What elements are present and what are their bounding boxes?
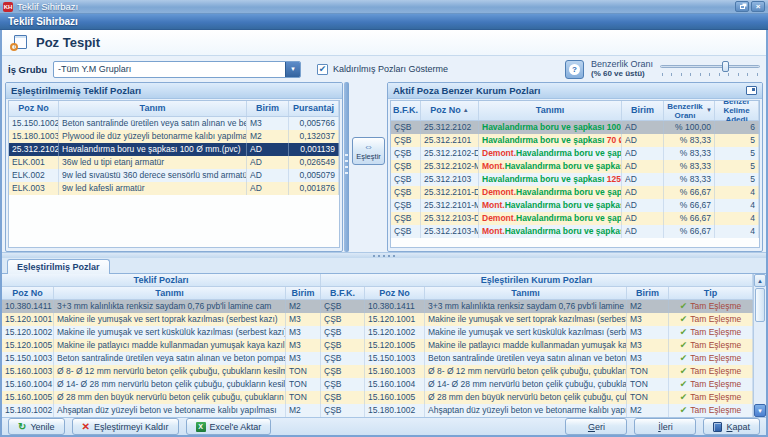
checkbox-checked-icon[interactable]: ✔ [317,64,328,75]
column-header-tip[interactable]: Tip [669,287,753,299]
close-button[interactable]: × [751,1,765,12]
table-row[interactable]: 15.160.1005Ø 28 mm den büyük nervürlü be… [2,391,753,404]
column-header-birim[interactable]: Birim [247,101,289,116]
cell-poz-no: 15.120.1002 [365,326,425,339]
slider-track[interactable] [660,65,760,68]
matched-table: Teklif Pozları Eşleştirilen Kurum Pozlar… [2,274,766,417]
scroll-down-button[interactable]: ▼ [754,404,766,417]
wizard-title: Teklif Sihirbazı [8,16,78,27]
is-grubu-label: İş Grubu [8,64,47,75]
table-row[interactable]: 15.120.1001Makine ile yumuşak ve sert to… [2,313,753,326]
dropdown-arrow-icon[interactable]: ▼ [285,62,300,77]
cell-birim: TON [286,391,321,404]
table-row[interactable]: 15.160.1004Ø 14- Ø 28 mm nervürlü beton … [2,378,753,391]
cell-birim: TON [286,378,321,391]
cell-bfk: ÇŞB [391,160,421,173]
table-row[interactable]: 15.120.1002Makine ile yumuşak ve sert kü… [2,326,753,339]
table-row[interactable]: 15.120.1005Makine ile patlayıcı madde ku… [2,339,753,352]
cell-bfk: ÇŞB [321,365,365,378]
column-header-bfk[interactable]: B.F.K. [391,101,421,120]
cell-tanim: Plywood ile düz yüzeyli betonarme kalıbı… [59,130,247,143]
remove-match-button[interactable]: ✕Eşleştirmeyi Kaldır [72,418,179,435]
table-row[interactable]: ÇŞB25.312.2102-MMont.Havalandırma boru v… [391,160,759,173]
vertical-splitter[interactable] [344,82,349,252]
column-header-poz-no[interactable]: Poz No [365,287,425,299]
column-header-benzerlik-orani[interactable]: Benzerlik Oranı▼ [664,101,715,120]
table-row[interactable]: ÇŞB25.312.2101-DDemont.Havalandırma boru… [391,186,759,199]
table-row[interactable]: ÇŞB25.312.2102-DDemont.Havalandırma boru… [391,147,759,160]
close-button-footer[interactable]: Kapat [703,418,760,435]
cell-birim: M3 [247,117,289,130]
table-row[interactable]: ÇŞB25.312.2102Havalandırma boru ve şapka… [391,121,759,134]
column-header-poz-no[interactable]: Poz No [9,101,59,116]
match-button[interactable]: ⇔ Eşleştir [352,137,385,165]
cell-tanim: Havalandırma boru ve şapkası 70 Ø mm [479,134,622,147]
matched-table-header: Poz No Tanımı Birim B.F.K. Poz No Tanımı… [2,287,753,300]
column-header-tanim[interactable]: Tanım [59,101,247,116]
refresh-button[interactable]: ↻Yenile [8,418,65,435]
is-grubu-dropdown[interactable]: -Tüm Y.M Grupları ▼ [53,61,301,78]
table-row[interactable]: 15.180.1003Plywood ile düz yüzeyli beton… [9,130,339,143]
match-arrows-icon: ⇔ [364,142,374,152]
cell-bfk: ÇŞB [391,147,421,160]
table-row[interactable]: ÇŞB25.312.2103-MMont.Havalandırma boru v… [391,225,759,238]
column-header-pursantaj[interactable]: Pursantaj [289,101,339,116]
table-row[interactable]: ÇŞB25.312.2103Havalandırma boru ve şapka… [391,173,759,186]
cell-birim: M3 [286,326,321,339]
cell-tanim: Ø 14- Ø 28 mm nervürlü beton çelik çubuğ… [54,378,286,391]
cell-poz-no: 25.312.2103-D [421,212,479,225]
table-row[interactable]: ÇŞB25.312.2101Havalandırma boru ve şapka… [391,134,759,147]
table-row[interactable]: 15.150.1002Beton santralinde üretilen ve… [9,117,339,130]
scroll-up-button[interactable]: ▲ [754,274,766,287]
cell-tip: ✔Tam Eşleşme [669,352,753,365]
restore-button[interactable] [735,1,749,12]
check-icon: ✔ [680,365,688,378]
horizontal-splitter[interactable] [2,252,766,258]
scroll-thumb[interactable] [755,288,765,322]
table-row[interactable]: ELK.00136w led u tipi etanj armatürAD0,0… [9,156,339,169]
cell-birim: M2 [627,404,669,417]
table-row[interactable]: 25.312.2102Havalandırma boru ve şapkası … [9,143,339,156]
unmatched-rows: 15.150.1002Beton santralinde üretilen ve… [9,117,339,195]
cell-birim: AD [622,173,664,186]
cell-birim: AD [622,186,664,199]
next-button[interactable]: İleri [634,418,696,435]
vertical-scrollbar[interactable]: ▲ ▼ [753,274,766,417]
cell-birim: M2 [286,300,321,313]
cell-benzerlik-orani: % 66,67 [664,199,715,212]
export-excel-button[interactable]: XExcel'e Aktar [186,418,272,435]
check-icon: ✔ [680,404,688,417]
table-row[interactable]: ELK.0029w led sıvaüstü 360 derece sensör… [9,169,339,182]
slider-thumb[interactable] [722,61,729,72]
cell-tanim: Mont.Havalandırma boru ve şapkası 70 Ø [479,199,622,212]
cell-birim: AD [247,169,289,182]
cell-poz-no: 15.160.1004 [365,378,425,391]
column-header-tanimi[interactable]: Tanımı [425,287,627,299]
column-header-poz-no[interactable]: Poz No [2,287,54,299]
table-row[interactable]: 10.380.14113+3 mm kalınlıkta renksiz say… [2,300,753,313]
table-row[interactable]: ELK.0039w led kafesli armatürAD0,001876 [9,182,339,195]
column-header-benzer-kelime[interactable]: Benzer Kelime Adedi [715,101,759,120]
table-row[interactable]: ÇŞB25.312.2103-DDemont.Havalandırma boru… [391,212,759,225]
column-header-poz-no[interactable]: Poz No▲ [421,101,479,120]
back-button[interactable]: Geri [565,418,627,435]
tab-strip: Eşleştirilmiş Pozlar [2,258,766,274]
table-row[interactable]: ÇŞB25.312.2101-MMont.Havalandırma boru v… [391,199,759,212]
cell-birim: AD [247,156,289,169]
column-header-birim[interactable]: Birim [286,287,321,299]
help-button[interactable]: ? [565,60,584,79]
matched-rows: 10.380.14113+3 mm kalınlıkta renksiz say… [2,300,753,417]
benzerlik-slider[interactable] [660,60,760,78]
tab-eslestirilmis-pozlar[interactable]: Eşleştirilmiş Pozlar [7,259,110,274]
show-removed-checkbox-wrap[interactable]: ✔ Kaldırılmış Pozları Gösterme [317,64,448,75]
column-header-birim[interactable]: Birim [627,287,669,299]
column-header-bfk[interactable]: B.F.K. [321,287,365,299]
popup-window-icon[interactable] [746,86,757,95]
table-row[interactable]: 15.160.1003Ø 8- Ø 12 mm nervürlü beton ç… [2,365,753,378]
column-header-tanimi[interactable]: Tanımı [479,101,622,120]
column-header-tanimi[interactable]: Tanımı [54,287,286,299]
column-header-birim[interactable]: Birim [622,101,664,120]
cell-birim: AD [622,134,664,147]
table-row[interactable]: 15.180.1002Ahşaptan düz yüzeyli beton ve… [2,404,753,417]
table-row[interactable]: 15.150.1003Beton santralinde üretilen ve… [2,352,753,365]
